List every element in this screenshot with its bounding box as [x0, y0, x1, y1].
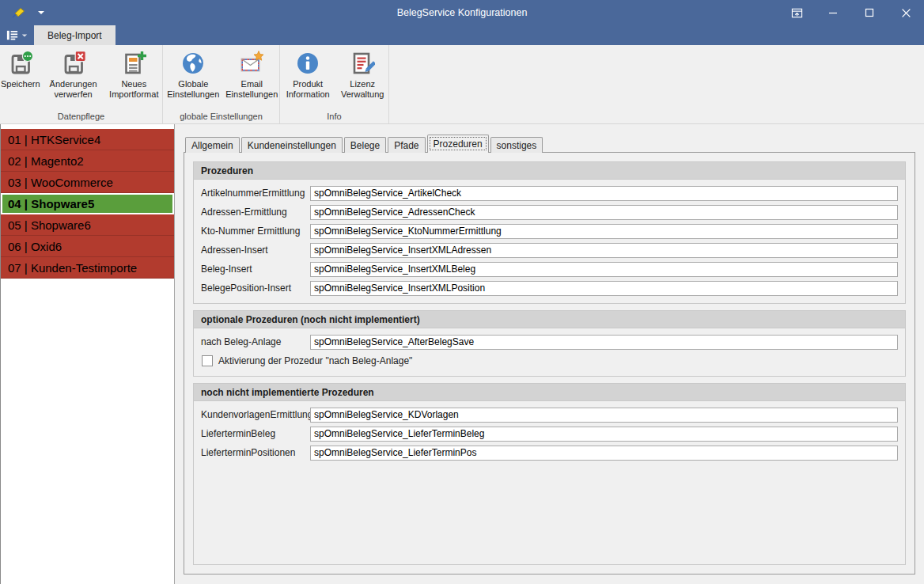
groupbox-nicht-implementierte-prozeduren-header: noch nicht implementierte Prozeduren: [194, 384, 905, 401]
field-label-artikelnummerermittlung: ArtikelnummerErmittlung: [201, 188, 310, 199]
ribbon-group-datenpflege: Speichern Änderungen verwerfen: [0, 45, 162, 123]
field-input-nach-beleg-anlage[interactable]: [310, 335, 898, 350]
field-label-lieferterminpositionen: LieferterminPositionen: [201, 447, 310, 458]
email-settings-button-label: Email Einstellungen: [225, 79, 278, 100]
sidebar-item-oxid6[interactable]: 06 | Oxid6: [1, 236, 174, 257]
email-settings-icon: [239, 51, 264, 76]
quick-access-toolbar: [0, 6, 44, 19]
ribbon-display-options-button[interactable]: [778, 0, 815, 25]
settings-tabstrip: Allgemein Kundeneinstellungen Belege Pfa…: [185, 135, 544, 153]
app-logo-icon[interactable]: [11, 6, 25, 19]
import-format-list: 01 | HTKService4 02 | Magento2 03 | WooC…: [0, 124, 175, 584]
tab-sonstiges[interactable]: sonstiges: [490, 137, 543, 153]
groupbox-prozeduren-header: Prozeduren: [194, 162, 905, 180]
ribbon-group-label-info: Info: [280, 111, 388, 123]
titlebar: BelegService Konfigurationen: [0, 0, 924, 25]
license-management-button[interactable]: Lizenz Verwaltung: [336, 49, 388, 101]
minimize-button[interactable]: [815, 0, 851, 25]
discard-changes-button[interactable]: Änderungen verwerfen: [42, 49, 105, 101]
field-input-artikelnummerermittlung[interactable]: [310, 186, 898, 201]
ribbon-tab-beleg-import[interactable]: Beleg-Import: [34, 25, 116, 45]
tab-pfade[interactable]: Pfade: [388, 137, 425, 153]
sidebar-item-woocommerce[interactable]: 03 | WooCommerce: [1, 172, 174, 193]
discard-changes-button-label: Änderungen verwerfen: [43, 79, 104, 100]
field-label-adressen-insert: Adressen-Insert: [201, 245, 310, 256]
field-label-adressen-ermittlung: Adressen-Ermittlung: [201, 207, 310, 218]
field-input-lieferterminbeleg[interactable]: [310, 427, 898, 442]
global-settings-button-label: Globale Einstellungen: [164, 79, 223, 100]
field-label-kto-nummer-ermittlung: Kto-Nummer Ermittlung: [201, 226, 310, 237]
email-settings-button[interactable]: Email Einstellungen: [225, 49, 279, 101]
save-button-label: Speichern: [1, 79, 40, 89]
product-information-button[interactable]: Produkt Information: [280, 49, 335, 101]
new-import-format-button-label: Neues Importformat: [107, 79, 161, 100]
field-input-adressen-ermittlung[interactable]: [310, 205, 898, 220]
checkbox-aktivierung-nach-beleg-anlage[interactable]: [202, 355, 213, 366]
groupbox-optionale-prozeduren: optionale Prozeduren (noch nicht impleme…: [193, 310, 906, 377]
ribbon-tab-row: Beleg-Import: [0, 25, 924, 45]
discard-changes-icon: [61, 51, 86, 76]
ribbon-group-label-datenpflege: Datenpflege: [0, 111, 162, 123]
sidebar-item-shopware6[interactable]: 05 | Shopware6: [1, 214, 174, 236]
list-menu-icon: [6, 28, 19, 42]
field-label-kundenvorlagenermittlung: KundenvorlagenErmittlung: [201, 409, 310, 420]
product-information-icon: [295, 51, 320, 76]
tabpage-prozeduren: Prozeduren ArtikelnummerErmittlung Adres…: [184, 152, 915, 575]
groupbox-prozeduren: Prozeduren ArtikelnummerErmittlung Adres…: [193, 161, 906, 304]
field-label-belegeposition-insert: BelegePosition-Insert: [201, 283, 310, 294]
field-input-lieferterminpositionen[interactable]: [310, 446, 898, 461]
sidebar-item-htkservice4[interactable]: 01 | HTKService4: [1, 129, 174, 150]
license-management-icon: [350, 51, 375, 76]
ribbon-group-label-globale-einstellungen: globale Einstellungen: [163, 111, 279, 123]
field-label-lieferterminbeleg: LieferterminBeleg: [201, 428, 310, 439]
global-settings-button[interactable]: Globale Einstellungen: [163, 49, 224, 101]
tab-belege[interactable]: Belege: [344, 137, 386, 153]
ribbon-toolbar: Speichern Änderungen verwerfen: [0, 45, 924, 124]
field-label-nach-beleg-anlage: nach Beleg-Anlage: [201, 336, 310, 347]
main-panel: Allgemein Kundeneinstellungen Belege Pfa…: [175, 124, 924, 584]
window-controls: [778, 0, 924, 25]
save-button[interactable]: Speichern: [0, 49, 41, 91]
field-input-belegeposition-insert[interactable]: [310, 281, 898, 296]
sidebar-item-shopware5-selected[interactable]: 04 | Shopware5: [1, 193, 174, 214]
checkbox-label-aktivierung-nach-beleg-anlage: Aktivierung der Prozedur "nach Beleg-Anl…: [218, 355, 412, 366]
app-menu-dropdown-icon: [22, 34, 27, 36]
groupbox-optionale-prozeduren-header: optionale Prozeduren (noch nicht impleme…: [194, 311, 905, 328]
ribbon-group-info: Produkt Information Lizenz Verwaltung In…: [279, 45, 389, 123]
maximize-button[interactable]: [851, 0, 888, 25]
application-menu-button[interactable]: [2, 25, 31, 45]
tab-kundeneinstellungen[interactable]: Kundeneinstellungen: [241, 137, 343, 153]
license-management-button-label: Lizenz Verwaltung: [337, 79, 388, 100]
close-button[interactable]: [888, 0, 924, 25]
sidebar-item-kunden-testimporte[interactable]: 07 | Kunden-Testimporte: [1, 257, 174, 279]
product-information-button-label: Produkt Information: [281, 79, 335, 100]
sidebar-item-magento2[interactable]: 02 | Magento2: [1, 150, 174, 172]
global-settings-icon: [180, 51, 206, 76]
ribbon-group-globale-einstellungen: Globale Einstellungen Email Einstellunge…: [162, 45, 279, 123]
field-input-adressen-insert[interactable]: [310, 243, 898, 258]
app-window: { "window": { "title": "BelegService Kon…: [0, 0, 924, 584]
field-input-kundenvorlagenermittlung[interactable]: [310, 408, 898, 423]
tab-allgemein[interactable]: Allgemein: [185, 137, 240, 153]
new-import-format-button[interactable]: Neues Importformat: [106, 49, 162, 101]
new-import-format-icon: [121, 51, 146, 76]
field-input-kto-nummer-ermittlung[interactable]: [310, 224, 898, 239]
field-label-beleg-insert: Beleg-Insert: [201, 264, 310, 275]
save-icon: [8, 51, 33, 76]
quick-access-dropdown-icon[interactable]: [38, 11, 44, 14]
groupbox-nicht-implementierte-prozeduren: noch nicht implementierte Prozeduren Kun…: [193, 383, 906, 565]
field-input-beleg-insert[interactable]: [310, 262, 898, 277]
tab-prozeduren-active[interactable]: Prozeduren: [427, 135, 489, 153]
